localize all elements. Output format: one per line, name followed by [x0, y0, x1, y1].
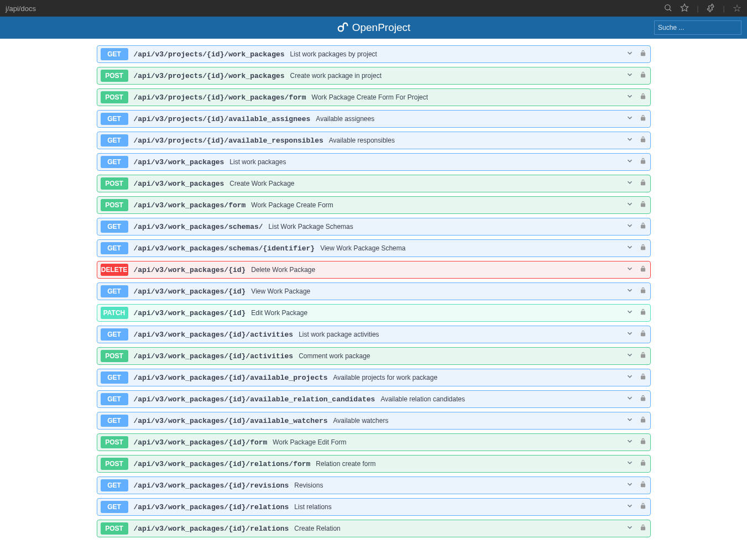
lock-icon[interactable]	[639, 92, 647, 102]
lock-icon[interactable]	[639, 157, 647, 167]
endpoint-row[interactable]: GET/api/v3/work_packages/{id}/available_…	[97, 412, 651, 430]
endpoint-description: Work Package Create Form For Project	[312, 93, 626, 101]
lock-icon[interactable]	[639, 437, 647, 447]
endpoint-row[interactable]: POST/api/v3/work_packages/{id}/formWork …	[97, 433, 651, 451]
lock-icon[interactable]	[639, 49, 647, 59]
chevron-down-icon[interactable]	[626, 222, 634, 232]
more-icon[interactable]: ☆	[733, 3, 741, 13]
endpoint-row[interactable]: GET/api/v3/projects/{id}/work_packagesLi…	[97, 45, 651, 63]
chevron-down-icon[interactable]	[626, 157, 634, 167]
endpoint-path: /api/v3/projects/{id}/available_assignee…	[134, 115, 311, 123]
lock-icon[interactable]	[639, 373, 647, 383]
chevron-down-icon[interactable]	[626, 71, 634, 81]
http-method-badge: POST	[101, 350, 128, 362]
endpoint-row[interactable]: GET/api/v3/work_packages/{id}/available_…	[97, 369, 651, 386]
lock-icon[interactable]	[639, 329, 647, 339]
endpoint-row[interactable]: POST/api/v3/projects/{id}/work_packagesC…	[97, 67, 651, 85]
endpoint-row[interactable]: POST/api/v3/work_packages/formWork Packa…	[97, 196, 651, 214]
endpoint-path: /api/v3/work_packages/{id}/relations	[134, 503, 289, 511]
endpoint-row[interactable]: GET/api/v3/work_packagesList work packag…	[97, 153, 651, 171]
chevron-down-icon[interactable]	[626, 459, 634, 469]
http-method-badge: GET	[101, 501, 128, 513]
endpoint-row[interactable]: DELETE/api/v3/work_packages/{id}Delete W…	[97, 261, 651, 279]
chevron-down-icon[interactable]	[626, 394, 634, 404]
lock-icon[interactable]	[639, 222, 647, 232]
endpoint-row[interactable]: GET/api/v3/work_packages/{id}/revisionsR…	[97, 477, 651, 494]
chevron-down-icon[interactable]	[626, 329, 634, 339]
favorite-icon[interactable]	[680, 3, 689, 14]
endpoint-row[interactable]: POST/api/v3/work_packages/{id}/relations…	[97, 455, 651, 473]
browser-toolbar-icons: | | ☆	[664, 3, 741, 14]
endpoint-description: List work package activities	[299, 331, 625, 338]
lock-icon[interactable]	[639, 480, 647, 490]
endpoint-row[interactable]: POST/api/v3/work_packages/{id}/activitie…	[97, 347, 651, 365]
http-method-badge: GET	[101, 156, 128, 168]
endpoint-description: Work Package Edit Form	[273, 438, 625, 446]
lock-icon[interactable]	[639, 502, 647, 512]
lock-icon[interactable]	[639, 135, 647, 145]
lock-icon[interactable]	[639, 351, 647, 361]
chevron-down-icon[interactable]	[626, 114, 634, 124]
endpoint-description: List work packages by project	[290, 50, 626, 58]
lock-icon[interactable]	[639, 308, 647, 318]
zoom-icon[interactable]	[664, 3, 672, 14]
chevron-down-icon[interactable]	[626, 135, 634, 145]
endpoint-description: Available watchers	[333, 417, 626, 425]
lock-icon[interactable]	[639, 71, 647, 81]
chevron-down-icon[interactable]	[626, 92, 634, 102]
http-method-badge: PATCH	[101, 307, 128, 319]
http-method-badge: POST	[101, 436, 128, 448]
chevron-down-icon[interactable]	[626, 265, 634, 275]
chevron-down-icon[interactable]	[626, 49, 634, 59]
lock-icon[interactable]	[639, 394, 647, 404]
global-search[interactable]	[654, 20, 741, 35]
chevron-down-icon[interactable]	[626, 243, 634, 253]
endpoint-row[interactable]: GET/api/v3/work_packages/{id}View Work P…	[97, 282, 651, 300]
search-input[interactable]	[658, 24, 741, 32]
endpoint-row[interactable]: POST/api/v3/work_packagesCreate Work Pac…	[97, 175, 651, 192]
lock-icon[interactable]	[639, 179, 647, 189]
chevron-down-icon[interactable]	[626, 502, 634, 512]
lock-icon[interactable]	[639, 200, 647, 210]
endpoint-row[interactable]: POST/api/v3/projects/{id}/work_packages/…	[97, 88, 651, 106]
endpoint-row[interactable]: GET/api/v3/projects/{id}/available_assig…	[97, 110, 651, 128]
chevron-down-icon[interactable]	[626, 179, 634, 189]
endpoint-row[interactable]: GET/api/v3/projects/{id}/available_respo…	[97, 132, 651, 149]
chevron-down-icon[interactable]	[626, 437, 634, 447]
endpoint-row[interactable]: GET/api/v3/work_packages/{id}/available_…	[97, 390, 651, 408]
browser-address-bar: j/api/docs | | ☆	[0, 0, 747, 17]
lock-icon[interactable]	[639, 265, 647, 275]
lock-icon[interactable]	[639, 114, 647, 124]
url-fragment: j/api/docs	[6, 4, 36, 13]
http-method-badge: POST	[101, 70, 128, 82]
http-method-badge: POST	[101, 91, 128, 103]
chevron-down-icon[interactable]	[626, 286, 634, 296]
endpoint-row[interactable]: POST/api/v3/work_packages/{id}/relations…	[97, 520, 651, 537]
endpoint-row[interactable]: PATCH/api/v3/work_packages/{id}Edit Work…	[97, 304, 651, 322]
endpoint-path: /api/v3/work_packages	[134, 180, 224, 188]
chevron-down-icon[interactable]	[626, 416, 634, 426]
endpoint-path: /api/v3/work_packages/{id}	[134, 309, 246, 317]
app-logo[interactable]: OpenProject	[337, 22, 411, 34]
chevron-down-icon[interactable]	[626, 351, 634, 361]
endpoint-row[interactable]: GET/api/v3/work_packages/schemas/List Wo…	[97, 218, 651, 235]
lock-icon[interactable]	[639, 459, 647, 469]
extensions-icon[interactable]	[707, 3, 715, 14]
http-method-badge: POST	[101, 522, 128, 535]
endpoint-row[interactable]: GET/api/v3/work_packages/{id}/activities…	[97, 326, 651, 343]
chevron-down-icon[interactable]	[626, 373, 634, 383]
svg-line-1	[670, 9, 671, 11]
endpoint-description: List work packages	[229, 158, 625, 166]
endpoint-row[interactable]: GET/api/v3/work_packages/{id}/relationsL…	[97, 498, 651, 516]
endpoint-description: View Work Package	[251, 287, 625, 295]
lock-icon[interactable]	[639, 286, 647, 296]
endpoint-row[interactable]: GET/api/v3/work_packages/schemas/{identi…	[97, 239, 651, 257]
lock-icon[interactable]	[639, 524, 647, 533]
lock-icon[interactable]	[639, 243, 647, 253]
lock-icon[interactable]	[639, 416, 647, 426]
endpoint-description: Available relation candidates	[380, 395, 625, 403]
chevron-down-icon[interactable]	[626, 200, 634, 210]
chevron-down-icon[interactable]	[626, 308, 634, 318]
chevron-down-icon[interactable]	[626, 524, 634, 533]
chevron-down-icon[interactable]	[626, 480, 634, 490]
